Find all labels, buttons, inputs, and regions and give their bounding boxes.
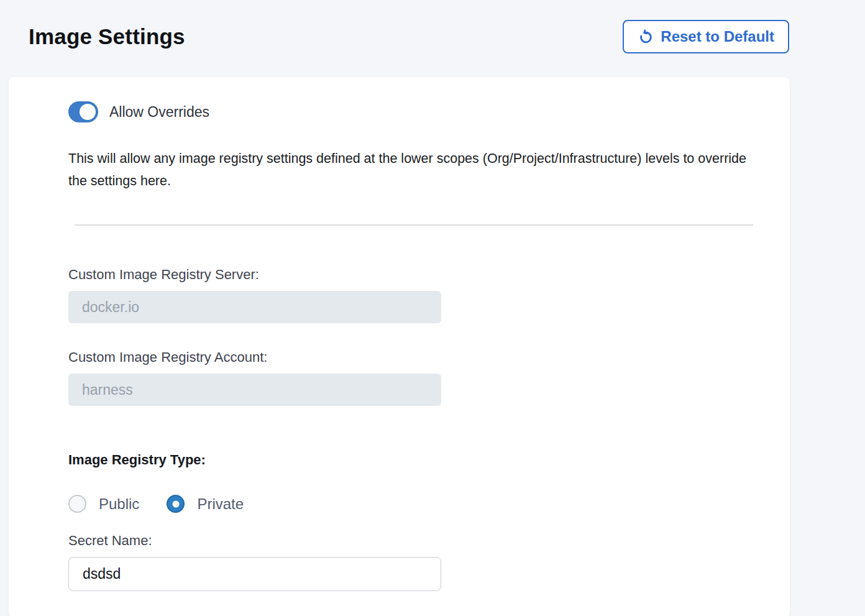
overrides-description: This will allow any image registry setti… — [68, 147, 755, 192]
registry-server-field: Custom Image Registry Server: — [68, 267, 755, 323]
reset-button-label: Reset to Default — [661, 28, 774, 45]
page-title: Image Settings — [29, 24, 185, 49]
registry-account-input — [68, 374, 441, 406]
registry-type-radio-group: Public Private — [68, 495, 755, 513]
allow-overrides-label: Allow Overrides — [109, 104, 209, 121]
radio-public-circle[interactable] — [68, 495, 86, 513]
registry-server-label: Custom Image Registry Server: — [68, 267, 755, 283]
radio-public-label: Public — [99, 495, 139, 513]
allow-overrides-toggle[interactable] — [68, 101, 98, 122]
secret-name-field: Secret Name: — [68, 533, 755, 591]
registry-type-label: Image Registry Type: — [68, 452, 755, 468]
image-settings-card: Allow Overrides This will allow any imag… — [9, 77, 790, 616]
registry-type-field: Image Registry Type: Public Private — [68, 452, 755, 513]
secret-name-label: Secret Name: — [68, 533, 755, 549]
registry-server-input — [68, 291, 441, 323]
registry-account-label: Custom Image Registry Account: — [68, 349, 755, 365]
section-divider — [75, 224, 753, 226]
radio-private-circle[interactable] — [167, 495, 185, 513]
page-header: Image Settings Reset to Default — [0, 0, 865, 55]
reset-icon — [638, 29, 654, 45]
allow-overrides-row: Allow Overrides — [68, 101, 755, 122]
radio-private-label: Private — [197, 495, 244, 513]
reset-to-default-button[interactable]: Reset to Default — [623, 20, 789, 53]
secret-name-input[interactable] — [68, 557, 441, 591]
registry-account-field: Custom Image Registry Account: — [68, 349, 755, 406]
radio-option-private[interactable]: Private — [167, 495, 244, 513]
toggle-knob — [80, 104, 96, 120]
radio-option-public[interactable]: Public — [68, 495, 139, 513]
